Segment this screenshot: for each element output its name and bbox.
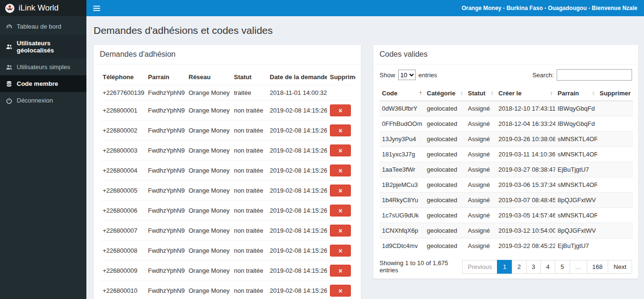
request-row: +226800006 FwdhzYphN9 Orange Money non t… bbox=[100, 201, 356, 221]
cell-telephone: +226800002 bbox=[100, 121, 145, 141]
cell-parrain: FwdhzYphN9 bbox=[145, 241, 186, 261]
cell-supprimer bbox=[597, 238, 633, 254]
cell-parrain: IBWqyGbqFd bbox=[555, 101, 597, 116]
page-button[interactable]: 5 bbox=[555, 260, 570, 274]
page-button[interactable]: 168 bbox=[587, 260, 609, 274]
delete-button[interactable]: × bbox=[330, 245, 351, 257]
cell-parrain: EjBuTjgtU7 bbox=[555, 162, 597, 177]
pagination: Previous12345…168Next bbox=[463, 260, 632, 274]
cell-statut: Assigné bbox=[465, 147, 496, 162]
main-content: Demandes d'adhésions et codes valides De… bbox=[86, 16, 644, 299]
search-input[interactable] bbox=[557, 69, 632, 81]
page-button[interactable]: Next bbox=[608, 260, 632, 274]
cell-creer-le: 2019-03-07 08:48:45 bbox=[496, 193, 555, 208]
cell-date: 2019-02-08 14:15:26 bbox=[267, 141, 327, 161]
cell-supprimer: × bbox=[327, 141, 356, 161]
column-header-label: Catégorie bbox=[427, 90, 455, 97]
cell-parrain: sMNSKTL4OR bbox=[555, 177, 597, 193]
request-row: +226800008 FwdhzYphN9 Orange Money non t… bbox=[100, 241, 356, 261]
cell-creer-le: 2018-12-04 16:33:24 bbox=[496, 116, 555, 132]
sidebar-item-code-membre[interactable]: Code membre bbox=[0, 75, 86, 92]
cell-code: 181yxc3J7g bbox=[380, 147, 424, 162]
cell-parrain: FwdhzYphN9 bbox=[145, 141, 186, 161]
column-header-label: Créer le bbox=[498, 90, 521, 97]
page-button[interactable]: 2 bbox=[512, 260, 527, 274]
request-row: +226800002 FwdhzYphN9 Orange Money non t… bbox=[100, 121, 356, 141]
delete-button[interactable]: × bbox=[330, 185, 351, 196]
x-icon: × bbox=[338, 167, 342, 175]
delete-button[interactable]: × bbox=[330, 144, 351, 156]
page-button[interactable]: 4 bbox=[540, 260, 555, 274]
cell-creer-le: 2018-12-10 17:43:11 bbox=[496, 101, 555, 116]
delete-button[interactable]: × bbox=[330, 165, 351, 176]
column-header: Supprimer bbox=[327, 69, 356, 85]
column-header-sortable[interactable]: Créer le ▲▼ bbox=[496, 86, 555, 101]
cell-categorie: geolocated bbox=[424, 238, 465, 254]
codes-table: Code ▲▼ Catégorie ▲▼ bbox=[380, 86, 633, 253]
cell-creer-le: 2019-03-12 10:54:00 bbox=[496, 223, 555, 238]
length-select[interactable]: 10 bbox=[398, 70, 416, 80]
requests-panel: Demandes d'adhésion TéléphoneParrainRése… bbox=[93, 44, 361, 299]
x-icon: × bbox=[338, 127, 342, 134]
sidebar-item-deconnexion[interactable]: Déconnexion bbox=[0, 92, 86, 109]
sidebar-toggle-button[interactable] bbox=[86, 0, 106, 16]
cell-categorie: geolocated bbox=[424, 132, 465, 147]
sidebar-item-label: Utilisateurs géolocalisés bbox=[17, 40, 81, 54]
power-icon bbox=[6, 97, 12, 104]
page-button[interactable]: 3 bbox=[526, 260, 541, 274]
column-header-sortable[interactable]: Statut ▲▼ bbox=[465, 86, 496, 101]
delete-button[interactable]: × bbox=[330, 104, 351, 116]
cell-code: 1d9CDtc4mv bbox=[380, 238, 424, 254]
cell-parrain: EjBuTjgtU7 bbox=[555, 238, 597, 254]
cell-categorie: geolocated bbox=[424, 116, 465, 132]
sort-icon: ▲▼ bbox=[550, 91, 553, 96]
page-button[interactable]: 1 bbox=[497, 260, 512, 274]
hamburger-icon bbox=[93, 5, 100, 11]
cell-parrain: FwdhzYphN9 bbox=[145, 121, 186, 141]
cell-statut: non traitée bbox=[231, 221, 267, 241]
delete-button[interactable]: × bbox=[330, 265, 351, 277]
brand[interactable]: iLink World bbox=[0, 0, 86, 16]
x-icon: × bbox=[338, 187, 342, 195]
cell-code: 13Jyny3Pu4 bbox=[380, 132, 424, 147]
sidebar: Tableau de bord Utilisateurs géolocalisé… bbox=[0, 16, 86, 299]
cell-parrain: 8pQJGFxtWV bbox=[555, 193, 597, 208]
delete-button[interactable]: × bbox=[330, 285, 351, 297]
page-button[interactable]: … bbox=[570, 260, 587, 274]
entries-label: entries bbox=[419, 72, 437, 79]
delete-button[interactable]: × bbox=[330, 205, 351, 217]
cell-reseau: Orange Money bbox=[186, 161, 231, 181]
code-row: 0dW36UfbrY geolocated Assigné 2018-12-10… bbox=[380, 101, 633, 116]
column-header-label: Supprimer bbox=[600, 90, 631, 97]
database-icon bbox=[6, 81, 12, 87]
cell-creer-le: 2019-03-05 14:57:46 bbox=[496, 208, 555, 223]
page-button[interactable]: Previous bbox=[462, 260, 498, 274]
cell-categorie: geolocated bbox=[424, 208, 465, 223]
cell-statut: non traitée bbox=[231, 261, 267, 281]
column-header-sortable[interactable]: Catégorie ▲▼ bbox=[424, 86, 465, 101]
column-header-sortable[interactable]: Code ▲▼ bbox=[380, 86, 424, 101]
column-header-sortable[interactable]: Parrain ▲▼ bbox=[555, 86, 597, 101]
delete-button[interactable]: × bbox=[330, 225, 351, 237]
sort-icon: ▲▼ bbox=[491, 91, 494, 96]
cell-supprimer bbox=[597, 116, 633, 132]
cell-statut: non traitée bbox=[231, 201, 267, 221]
code-row: 13Jyny3Pu4 geolocated Assigné 2019-03-26… bbox=[380, 132, 633, 147]
cell-statut: Assigné bbox=[465, 193, 496, 208]
cell-parrain: sMNSKTL4OR bbox=[555, 208, 597, 223]
cell-statut: Assigné bbox=[465, 208, 496, 223]
sidebar-item-utilisateurs-simples[interactable]: Utilisateurs simples bbox=[0, 59, 86, 75]
cell-code: 0FFhBudOOm bbox=[380, 116, 424, 132]
table-info: Showing 1 to 10 of 1,675 entries bbox=[380, 259, 463, 274]
delete-button[interactable]: × bbox=[330, 124, 351, 136]
cell-parrain: IBWqyGbqFd bbox=[555, 116, 597, 132]
code-row: 1aaTee3fWr geolocated Assigné 2019-03-27… bbox=[380, 162, 633, 177]
column-header-sortable[interactable]: Supprimer ▲▼ bbox=[597, 86, 633, 101]
cell-categorie: geolocated bbox=[424, 101, 465, 116]
sidebar-item-tableau-de-bord[interactable]: Tableau de bord bbox=[0, 18, 86, 35]
cell-statut: non traitée bbox=[231, 141, 267, 161]
cell-date: 2019-02-08 14:15:26 bbox=[267, 181, 327, 201]
sidebar-item-utilisateurs-geolocalises[interactable]: Utilisateurs géolocalisés bbox=[0, 35, 86, 59]
cell-reseau: Orange Money bbox=[186, 241, 231, 261]
sort-icon: ▲▼ bbox=[592, 91, 595, 96]
